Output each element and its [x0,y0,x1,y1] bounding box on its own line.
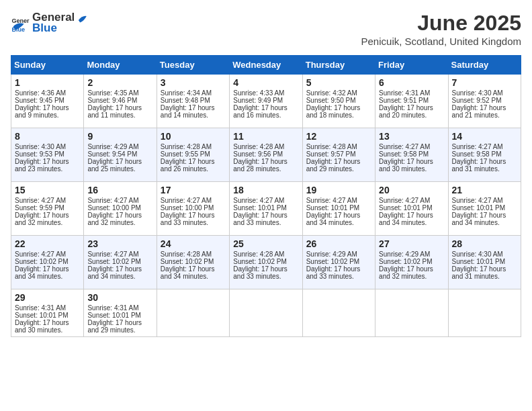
daylight-label: Daylight: 17 hours and 34 minutes. [15,265,69,280]
header-monday: Monday [84,56,157,75]
calendar-cell: 27 Sunrise: 4:29 AM Sunset: 10:02 PM Day… [375,236,448,289]
sunset-label: Sunset: 10:02 PM [306,258,360,265]
calendar-cell: 15 Sunrise: 4:27 AM Sunset: 9:59 PM Dayl… [11,182,84,236]
sunset-label: Sunset: 10:02 PM [379,258,433,265]
sunset-label: Sunset: 9:59 PM [15,204,64,212]
header-friday: Friday [375,56,448,75]
sunrise-label: Sunrise: 4:30 AM [452,250,503,258]
calendar-cell: 11 Sunrise: 4:28 AM Sunset: 9:56 PM Dayl… [230,128,302,182]
daylight-label: Daylight: 17 hours and 32 minutes. [87,212,142,226]
daylight-label: Daylight: 17 hours and 9 minutes. [15,104,69,119]
day-number: 22 [15,238,80,249]
daylight-label: Daylight: 17 hours and 32 minutes. [379,265,433,280]
day-number: 1 [15,77,80,88]
logo-icon: General Blue [11,13,30,32]
day-number: 18 [233,185,298,195]
location-title: Penicuik, Scotland, United Kingdom [361,36,521,47]
sunrise-label: Sunrise: 4:27 AM [87,250,138,258]
sunset-label: Sunset: 9:52 PM [452,97,502,104]
sunset-label: Sunset: 10:01 PM [15,312,69,319]
day-number: 23 [87,238,152,249]
calendar-cell: 30 Sunrise: 4:31 AM Sunset: 10:01 PM Day… [84,289,157,337]
sunrise-label: Sunrise: 4:27 AM [87,197,138,204]
sunrise-label: Sunrise: 4:30 AM [452,89,503,97]
sunset-label: Sunset: 10:02 PM [87,258,141,265]
day-number: 26 [306,238,371,249]
calendar-cell [375,289,448,337]
daylight-label: Daylight: 17 hours and 16 minutes. [233,104,287,119]
daylight-label: Daylight: 17 hours and 33 minutes. [233,212,287,226]
sunrise-label: Sunrise: 4:28 AM [306,143,357,150]
calendar-cell: 13 Sunrise: 4:27 AM Sunset: 9:58 PM Dayl… [375,128,448,182]
daylight-label: Daylight: 17 hours and 23 minutes. [15,158,69,173]
sunrise-label: Sunrise: 4:36 AM [15,89,66,97]
calendar-week-row: 8 Sunrise: 4:30 AM Sunset: 9:53 PM Dayli… [11,128,521,182]
calendar-cell [230,289,302,337]
daylight-label: Daylight: 17 hours and 34 minutes. [379,212,433,226]
logo: General Blue General Blue [11,11,88,35]
sunset-label: Sunset: 9:58 PM [452,150,502,158]
daylight-label: Daylight: 17 hours and 34 minutes. [87,265,142,280]
svg-text:Blue: Blue [11,26,25,32]
calendar-cell: 19 Sunrise: 4:27 AM Sunset: 10:01 PM Day… [302,182,375,236]
day-number: 11 [233,131,298,142]
day-number: 30 [87,292,152,303]
sunset-label: Sunset: 9:48 PM [161,97,210,104]
calendar-cell: 23 Sunrise: 4:27 AM Sunset: 10:02 PM Day… [84,236,157,289]
day-number: 21 [452,185,517,195]
sunset-label: Sunset: 9:45 PM [15,97,64,104]
sunrise-label: Sunrise: 4:27 AM [15,250,66,258]
daylight-label: Daylight: 17 hours and 20 minutes. [379,104,433,119]
day-number: 2 [87,77,152,88]
calendar-table: SundayMondayTuesdayWednesdayThursdayFrid… [11,55,521,337]
daylight-label: Daylight: 17 hours and 26 minutes. [161,158,215,173]
calendar-cell [448,289,521,337]
daylight-label: Daylight: 17 hours and 30 minutes. [15,319,69,334]
month-title: June 2025 [361,11,521,36]
day-number: 29 [15,292,80,303]
day-number: 14 [452,131,517,142]
daylight-label: Daylight: 17 hours and 33 minutes. [306,265,361,280]
sunrise-label: Sunrise: 4:29 AM [306,250,357,258]
svg-text:General: General [11,17,30,24]
calendar-cell: 24 Sunrise: 4:28 AM Sunset: 10:02 PM Day… [157,236,229,289]
sunset-label: Sunset: 9:55 PM [161,150,210,158]
day-number: 28 [452,238,517,249]
sunrise-label: Sunrise: 4:34 AM [161,89,212,97]
sunset-label: Sunset: 10:01 PM [379,204,433,212]
sunrise-label: Sunrise: 4:29 AM [87,143,138,150]
daylight-label: Daylight: 17 hours and 34 minutes. [161,265,215,280]
day-number: 17 [161,185,226,195]
calendar-header-row: SundayMondayTuesdayWednesdayThursdayFrid… [11,56,521,75]
day-number: 8 [15,131,80,142]
calendar-cell: 10 Sunrise: 4:28 AM Sunset: 9:55 PM Dayl… [157,128,229,182]
calendar-cell: 22 Sunrise: 4:27 AM Sunset: 10:02 PM Day… [11,236,84,289]
calendar-cell: 7 Sunrise: 4:30 AM Sunset: 9:52 PM Dayli… [448,75,521,128]
sunrise-label: Sunrise: 4:31 AM [87,304,138,312]
day-number: 19 [306,185,371,195]
calendar-cell: 4 Sunrise: 4:33 AM Sunset: 9:49 PM Dayli… [230,75,302,128]
calendar-cell: 26 Sunrise: 4:29 AM Sunset: 10:02 PM Day… [302,236,375,289]
day-number: 10 [161,131,226,142]
calendar-cell: 14 Sunrise: 4:27 AM Sunset: 9:58 PM Dayl… [448,128,521,182]
sunset-label: Sunset: 9:56 PM [233,150,283,158]
calendar-cell: 28 Sunrise: 4:30 AM Sunset: 10:01 PM Day… [448,236,521,289]
day-number: 12 [306,131,371,142]
daylight-label: Daylight: 17 hours and 28 minutes. [233,158,287,173]
day-number: 3 [161,77,226,88]
sunset-label: Sunset: 9:51 PM [379,97,429,104]
daylight-label: Daylight: 17 hours and 14 minutes. [161,104,215,119]
calendar-cell: 2 Sunrise: 4:35 AM Sunset: 9:46 PM Dayli… [84,75,157,128]
sunset-label: Sunset: 10:01 PM [452,258,506,265]
daylight-label: Daylight: 17 hours and 31 minutes. [452,265,506,280]
calendar-week-row: 15 Sunrise: 4:27 AM Sunset: 9:59 PM Dayl… [11,182,521,236]
day-number: 6 [379,77,444,88]
sunset-label: Sunset: 10:00 PM [161,204,214,212]
logo-bird-icon [75,12,87,24]
calendar-cell [157,289,229,337]
sunrise-label: Sunrise: 4:27 AM [379,197,430,204]
calendar-cell [302,289,375,337]
calendar-week-row: 22 Sunrise: 4:27 AM Sunset: 10:02 PM Day… [11,236,521,289]
calendar-cell: 1 Sunrise: 4:36 AM Sunset: 9:45 PM Dayli… [11,75,84,128]
sunrise-label: Sunrise: 4:27 AM [233,197,284,204]
